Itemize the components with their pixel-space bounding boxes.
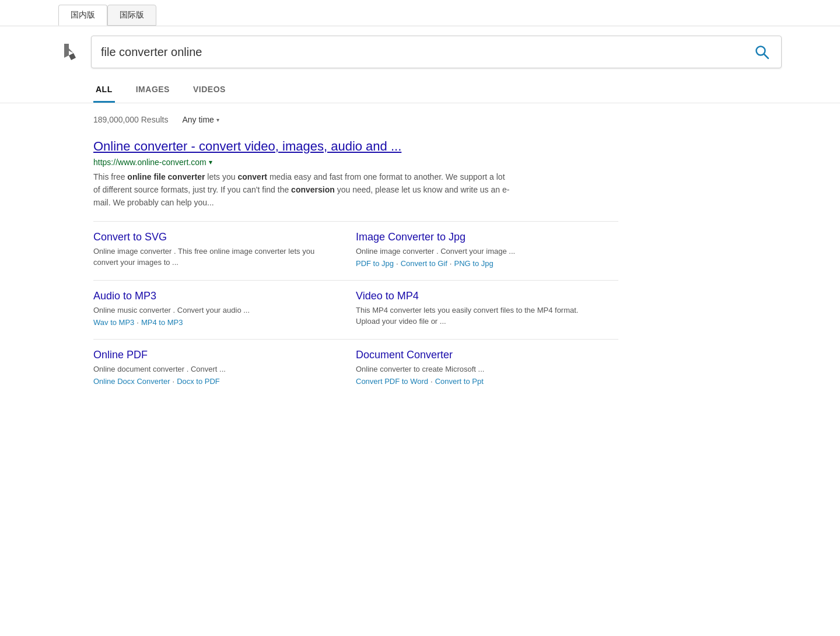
sub-link-pdf-tags: Online Docx Converter · Docx to PDF (93, 377, 332, 386)
bing-logo (58, 40, 82, 64)
sub-link-mp4-title[interactable]: Video to MP4 (356, 290, 604, 302)
tab-images[interactable]: IMAGES (134, 78, 172, 103)
tab-all[interactable]: ALL (93, 78, 115, 103)
sub-link-pdf-desc: Online document converter . Convert ... (93, 364, 332, 375)
sub-link-mp3-title[interactable]: Audio to MP3 (93, 290, 332, 302)
svg-marker-1 (69, 53, 76, 60)
sub-link-doc-desc: Online converter to create Microsoft ... (356, 364, 604, 375)
results-area: 189,000,000 Results Any time ▾ Online co… (0, 103, 840, 418)
time-filter[interactable]: Any time ▾ (182, 115, 219, 124)
tag-sep-1: · (396, 259, 398, 268)
sub-link-jpg: Image Converter to Jpg Online image conv… (356, 221, 618, 280)
main-search-result: Online converter - convert video, images… (93, 138, 747, 395)
tab-international[interactable]: 国际版 (107, 5, 156, 26)
tag-docx-converter[interactable]: Online Docx Converter (93, 377, 170, 386)
results-meta: 189,000,000 Results Any time ▾ (93, 115, 747, 124)
sub-link-jpg-tags: PDF to Jpg · Convert to Gif · PNG to Jpg (356, 259, 604, 268)
search-input-wrapper (91, 36, 782, 68)
search-bar-container (0, 26, 840, 78)
sub-link-svg-title[interactable]: Convert to SVG (93, 231, 332, 243)
url-dropdown-icon[interactable]: ▾ (209, 158, 212, 166)
sub-link-mp3-tags: Wav to MP3 · MP4 to MP3 (93, 318, 332, 327)
tag-mp4-to-mp3[interactable]: MP4 to MP3 (141, 318, 183, 327)
tab-domestic[interactable]: 国内版 (58, 5, 107, 26)
result-url-text: https://www.online-convert.com (93, 158, 206, 167)
tag-sep-5: · (430, 377, 433, 386)
sub-link-pdf: Online PDF Online document converter . C… (93, 339, 356, 396)
nav-tabs: ALL IMAGES VIDEOS (0, 78, 840, 103)
sub-link-svg: Convert to SVG Online image converter . … (93, 221, 356, 280)
time-filter-label: Any time (182, 115, 214, 124)
sub-link-doc-title[interactable]: Document Converter (356, 349, 604, 361)
svg-line-3 (764, 54, 768, 58)
tag-pdf-to-jpg[interactable]: PDF to Jpg (356, 259, 394, 268)
sub-link-doc-tags: Convert PDF to Word · Convert to Ppt (356, 377, 604, 386)
tag-png-to-jpg[interactable]: PNG to Jpg (454, 259, 493, 268)
tag-sep-4: · (173, 377, 175, 386)
tag-docx-to-pdf[interactable]: Docx to PDF (177, 377, 220, 386)
search-button[interactable] (752, 42, 772, 62)
tag-sep-2: · (450, 259, 452, 268)
result-title-link[interactable]: Online converter - convert video, images… (93, 138, 747, 155)
sub-link-mp3-desc: Online music converter . Convert your au… (93, 305, 332, 316)
tag-wav-to-mp3[interactable]: Wav to MP3 (93, 318, 134, 327)
tag-convert-to-gif[interactable]: Convert to Gif (401, 259, 447, 268)
tab-videos[interactable]: VIDEOS (191, 78, 228, 103)
result-snippet: This free online file converter lets you… (93, 170, 513, 209)
top-tabs-bar: 国内版 国际版 (0, 0, 840, 26)
sub-link-mp3: Audio to MP3 Online music converter . Co… (93, 280, 356, 339)
sub-link-jpg-desc: Online image converter . Convert your im… (356, 246, 604, 257)
results-count: 189,000,000 Results (93, 115, 168, 124)
tag-sep-3: · (136, 318, 139, 327)
tag-pdf-to-word[interactable]: Convert PDF to Word (356, 377, 428, 386)
result-url-row: https://www.online-convert.com ▾ (93, 158, 747, 167)
sub-link-svg-desc: Online image converter . This free onlin… (93, 246, 332, 268)
sub-link-doc: Document Converter Online converter to c… (356, 339, 618, 396)
sub-link-mp4: Video to MP4 This MP4 converter lets you… (356, 280, 618, 339)
sub-links-grid: Convert to SVG Online image converter . … (93, 221, 618, 396)
dropdown-arrow-icon: ▾ (216, 117, 219, 123)
sub-link-jpg-title[interactable]: Image Converter to Jpg (356, 231, 604, 243)
search-icon (754, 44, 769, 60)
sub-link-mp4-desc: This MP4 converter lets you easily conve… (356, 305, 604, 327)
tag-convert-to-ppt[interactable]: Convert to Ppt (435, 377, 484, 386)
sub-link-pdf-title[interactable]: Online PDF (93, 349, 332, 361)
search-input[interactable] (101, 46, 752, 59)
